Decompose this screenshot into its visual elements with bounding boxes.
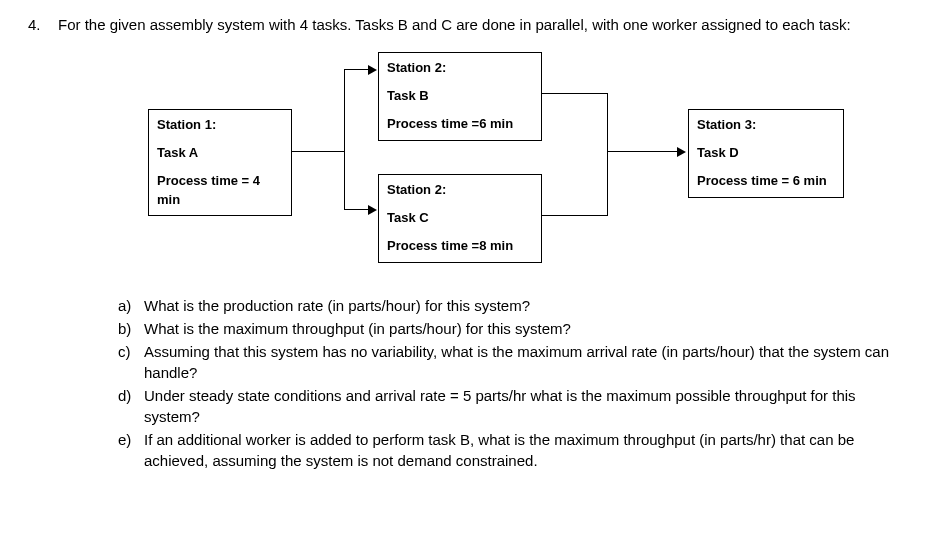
sub-question-letter: a) [118, 295, 144, 316]
connector-line [344, 69, 369, 70]
sub-question-list: a) What is the production rate (in parts… [58, 295, 903, 471]
sub-question: e) If an additional worker is added to p… [118, 429, 903, 471]
sub-question: c) Assuming that this system has no vari… [118, 341, 903, 383]
connector-line [607, 151, 678, 152]
task-label: Task C [387, 209, 533, 227]
sub-question-text: What is the maximum throughput (in parts… [144, 318, 903, 339]
task-label: Task B [387, 87, 533, 105]
process-time-label: Process time =8 min [387, 237, 533, 255]
sub-question: d) Under steady state conditions and arr… [118, 385, 903, 427]
question-number: 4. [28, 14, 58, 473]
arrow-icon [368, 205, 377, 215]
sub-question-letter: e) [118, 429, 144, 471]
sub-question-text: Assuming that this system has no variabi… [144, 341, 903, 383]
task-label: Task D [697, 144, 835, 162]
station-label: Station 2: [387, 59, 533, 77]
sub-question-letter: d) [118, 385, 144, 427]
sub-question-text: What is the production rate (in parts/ho… [144, 295, 903, 316]
process-time-label: Process time = 4 min [157, 172, 283, 208]
process-diagram: Station 1: Task A Process time = 4 min S… [78, 47, 838, 283]
station-3-box: Station 3: Task D Process time = 6 min [688, 109, 844, 198]
connector-line [607, 93, 608, 216]
question-intro: For the given assembly system with 4 tas… [58, 14, 903, 35]
station-label: Station 3: [697, 116, 835, 134]
question-wrapper: 4. For the given assembly system with 4 … [28, 14, 903, 473]
process-time-label: Process time =6 min [387, 115, 533, 133]
station-2b-box: Station 2: Task B Process time =6 min [378, 52, 542, 141]
connector-line [292, 151, 344, 152]
arrow-icon [368, 65, 377, 75]
connector-line [542, 93, 607, 94]
process-time-label: Process time = 6 min [697, 172, 835, 190]
connector-line [542, 215, 607, 216]
question-body: For the given assembly system with 4 tas… [58, 14, 903, 473]
sub-question-text: If an additional worker is added to perf… [144, 429, 903, 471]
sub-question-text: Under steady state conditions and arriva… [144, 385, 903, 427]
sub-question-letter: c) [118, 341, 144, 383]
connector-line [344, 209, 369, 210]
station-2c-box: Station 2: Task C Process time =8 min [378, 174, 542, 263]
station-label: Station 2: [387, 181, 533, 199]
sub-question-letter: b) [118, 318, 144, 339]
connector-line [344, 69, 345, 210]
station-label: Station 1: [157, 116, 283, 134]
sub-question: a) What is the production rate (in parts… [118, 295, 903, 316]
station-1-box: Station 1: Task A Process time = 4 min [148, 109, 292, 216]
sub-question: b) What is the maximum throughput (in pa… [118, 318, 903, 339]
task-label: Task A [157, 144, 283, 162]
arrow-icon [677, 147, 686, 157]
